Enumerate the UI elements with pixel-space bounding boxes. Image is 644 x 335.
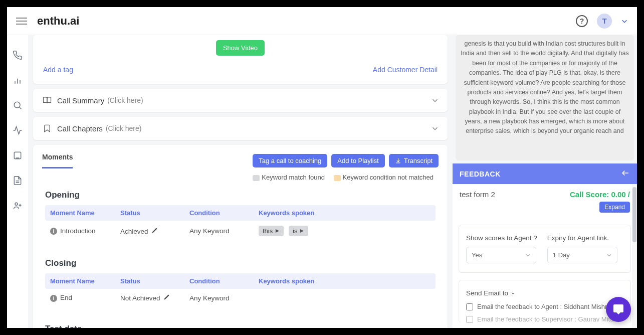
call-score: Call Score: 0.00 / <box>570 190 630 199</box>
chat-icon <box>612 303 624 315</box>
add-tag-link[interactable]: Add a tag <box>43 66 73 74</box>
section-title: Closing <box>45 258 436 268</box>
video-card: Show Video Add a tag Add Customer Detail <box>33 35 448 84</box>
play-icon <box>300 229 304 233</box>
chevron-down-icon <box>432 97 439 104</box>
back-arrow-icon[interactable] <box>621 169 630 179</box>
help-icon[interactable]: ? <box>576 15 588 27</box>
section-title: Opening <box>45 190 436 200</box>
svg-marker-14 <box>300 229 304 233</box>
pencil-icon[interactable] <box>151 227 158 235</box>
email-supervisor-checkbox-row[interactable]: Email the feedback to Supervisor : Gaura… <box>466 315 623 323</box>
show-scores-value: Yes <box>472 251 482 259</box>
tab-moments[interactable]: Moments <box>42 153 73 169</box>
col-status: Status <box>120 209 189 217</box>
scrollbar-thumb[interactable] <box>632 187 636 242</box>
col-moment-name: Moment Name <box>50 209 120 217</box>
svg-point-3 <box>14 102 20 108</box>
activity-icon[interactable] <box>13 125 23 135</box>
keyword-chip[interactable]: this <box>259 226 284 236</box>
call-summary-hint: (Click here) <box>107 96 143 104</box>
transcript-button[interactable]: Transcript <box>389 154 439 168</box>
chevron-down-icon <box>525 252 531 258</box>
moment-status: Not Achieved <box>120 294 160 302</box>
show-scores-select[interactable]: Yes <box>466 247 536 263</box>
section-testdata: Test data <box>33 319 448 328</box>
col-keywords: Keywords spoken <box>259 209 431 217</box>
bar-chart-icon[interactable] <box>13 75 23 85</box>
phone-icon[interactable] <box>13 50 23 60</box>
col-moment-name: Moment Name <box>50 277 120 285</box>
book-icon[interactable] <box>13 150 23 160</box>
legend-notmatched-chip <box>334 175 341 181</box>
main-content: Show Video Add a tag Add Customer Detail… <box>28 35 453 328</box>
book-open-icon <box>42 96 52 105</box>
email-agent-checkbox[interactable] <box>466 303 473 310</box>
feedback-title: FEEDBACK <box>460 170 501 178</box>
email-agent-label: Email the feedback to Agent : Siddhant M… <box>477 303 611 310</box>
email-supervisor-label: Email the feedback to Supervisor : Gaura… <box>477 315 617 323</box>
add-customer-link[interactable]: Add Customer Detail <box>373 66 438 74</box>
expiry-label: Expiry for Agent link. <box>547 234 617 242</box>
expiry-select[interactable]: 1 Day <box>547 247 617 263</box>
show-video-button[interactable]: Show Video <box>216 40 265 56</box>
add-playlist-button[interactable]: Add to Playlist <box>331 154 384 168</box>
moment-name: Introduction <box>60 227 96 235</box>
table-row: iIntroduction Achieved Any Keyword this … <box>45 221 436 241</box>
call-summary-title: Call Summary <box>57 96 104 105</box>
expiry-value: 1 Day <box>553 251 570 259</box>
right-column: genesis is that you build with Indian co… <box>453 35 637 328</box>
table-header: Moment Name Status Condition Keywords sp… <box>45 273 436 289</box>
feedback-settings-box: Show scores to Agent ? Yes Expiry for Ag… <box>459 225 631 273</box>
email-supervisor-checkbox[interactable] <box>466 316 473 323</box>
legend-matched-label: Keyword match found <box>262 174 325 181</box>
keyword-chip[interactable]: is <box>289 226 308 236</box>
topbar: enthu.ai ? T <box>7 7 637 35</box>
document-icon[interactable] <box>13 176 23 186</box>
feedback-email-box: Send Email to :- Email the feedback to A… <box>459 280 631 323</box>
bookmark-icon <box>42 124 52 133</box>
col-keywords: Keywords spoken <box>259 277 431 285</box>
pencil-icon[interactable] <box>163 294 170 302</box>
call-summary-collapsible[interactable]: Call Summary (Click here) <box>33 89 448 112</box>
call-chapters-title: Call Chapters <box>57 124 103 133</box>
moment-name: End <box>60 294 72 301</box>
sidebar <box>7 35 28 328</box>
col-condition: Condition <box>189 277 259 285</box>
moments-card: Moments Tag a call to coaching Add to Pl… <box>33 145 448 328</box>
chevron-down-icon <box>432 125 439 132</box>
info-icon[interactable]: i <box>50 228 57 235</box>
svg-point-9 <box>15 203 18 205</box>
brand: enthu.ai <box>37 15 79 28</box>
keyword-label: this <box>263 227 273 235</box>
legend-row: Keyword match found Keyword condition no… <box>33 169 448 185</box>
transcript-button-label: Transcript <box>404 157 433 164</box>
chat-fab[interactable] <box>606 297 631 322</box>
keyword-label: is <box>293 227 297 235</box>
moment-condition: Any Keyword <box>189 227 259 235</box>
chevron-down-icon <box>606 252 612 258</box>
section-title: Test data <box>45 324 436 328</box>
info-icon[interactable]: i <box>50 295 57 302</box>
search-icon[interactable] <box>13 100 23 110</box>
feedback-form-name: test form 2 <box>460 190 495 199</box>
hamburger-menu[interactable] <box>16 16 27 27</box>
section-opening: Opening Moment Name Status Condition Key… <box>33 185 448 253</box>
avatar[interactable]: T <box>597 14 612 29</box>
section-closing: Closing Moment Name Status Condition Key… <box>33 253 448 319</box>
users-icon[interactable] <box>13 201 23 211</box>
call-chapters-hint: (Click here) <box>106 124 142 132</box>
tag-coaching-button[interactable]: Tag a call to coaching <box>253 154 327 168</box>
chevron-down-icon[interactable] <box>621 18 628 25</box>
moment-status: Achieved <box>120 228 148 235</box>
expand-button[interactable]: Expand <box>599 202 630 213</box>
table-row: iEnd Not Achieved Any Keyword <box>45 289 436 307</box>
table-header: Moment Name Status Condition Keywords sp… <box>45 205 436 221</box>
legend-notmatched-label: Keyword condition not matched <box>343 174 434 181</box>
transcript-text: genesis is that you build with Indian co… <box>461 40 628 134</box>
email-agent-checkbox-row[interactable]: Email the feedback to Agent : Siddhant M… <box>466 303 623 310</box>
transcript-panel[interactable]: genesis is that you build with Indian co… <box>456 35 634 160</box>
send-email-label: Send Email to :- <box>466 289 623 297</box>
scrollbar-track[interactable] <box>632 184 637 328</box>
call-chapters-collapsible[interactable]: Call Chapters (Click here) <box>33 117 448 140</box>
